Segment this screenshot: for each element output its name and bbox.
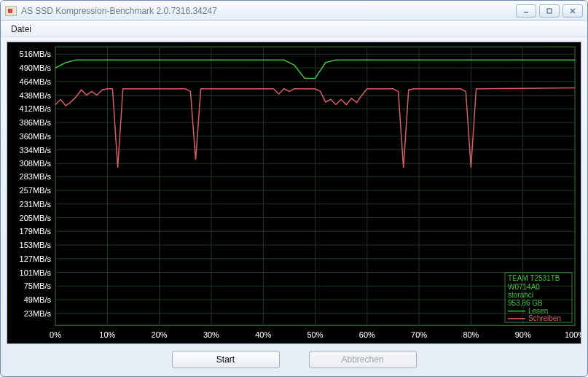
minimize-button[interactable] <box>516 4 536 18</box>
svg-text:360MB/s: 360MB/s <box>20 132 52 141</box>
svg-text:10%: 10% <box>99 330 115 339</box>
svg-text:127MB/s: 127MB/s <box>20 254 52 263</box>
start-button[interactable]: Start <box>172 351 280 368</box>
window-controls <box>516 4 583 18</box>
svg-text:49MB/s: 49MB/s <box>24 295 52 304</box>
svg-text:0%: 0% <box>50 330 61 339</box>
client-area: 23MB/s49MB/s75MB/s101MB/s127MB/s153MB/s1… <box>1 37 587 376</box>
svg-text:23MB/s: 23MB/s <box>24 309 52 318</box>
svg-text:TEAM T2531TB: TEAM T2531TB <box>508 274 560 282</box>
menu-file[interactable]: Datei <box>7 23 36 36</box>
svg-text:Schreiben: Schreiben <box>528 314 561 322</box>
svg-text:308MB/s: 308MB/s <box>20 159 52 168</box>
svg-text:100%: 100% <box>565 330 581 339</box>
svg-text:50%: 50% <box>307 330 323 339</box>
svg-text:80%: 80% <box>463 330 479 339</box>
compression-chart: 23MB/s49MB/s75MB/s101MB/s127MB/s153MB/s1… <box>7 42 581 343</box>
close-button[interactable] <box>562 4 583 18</box>
svg-rect-1 <box>547 9 552 13</box>
svg-text:205MB/s: 205MB/s <box>20 213 52 222</box>
svg-text:153MB/s: 153MB/s <box>20 241 52 249</box>
title-bar: AS SSD Kompression-Benchmark 2.0.7316.34… <box>1 1 587 21</box>
svg-text:70%: 70% <box>411 330 427 339</box>
svg-text:386MB/s: 386MB/s <box>20 118 52 127</box>
svg-text:412MB/s: 412MB/s <box>20 104 52 113</box>
svg-text:90%: 90% <box>515 330 531 339</box>
button-bar: Start Abbrechen www.ssd-tester.com.au <box>7 344 581 375</box>
svg-text:334MB/s: 334MB/s <box>20 145 52 154</box>
abort-button: Abbrechen <box>309 351 417 368</box>
svg-text:W0714A0: W0714A0 <box>508 283 540 291</box>
svg-text:179MB/s: 179MB/s <box>20 227 52 236</box>
app-window: AS SSD Kompression-Benchmark 2.0.7316.34… <box>0 0 588 377</box>
svg-text:60%: 60% <box>359 330 375 339</box>
menu-bar: Datei <box>1 21 587 37</box>
app-icon <box>5 6 17 16</box>
svg-text:438MB/s: 438MB/s <box>20 90 52 99</box>
chart-area: 23MB/s49MB/s75MB/s101MB/s127MB/s153MB/s1… <box>7 42 581 344</box>
maximize-button[interactable] <box>539 4 560 18</box>
svg-text:30%: 30% <box>203 330 219 339</box>
svg-text:257MB/s: 257MB/s <box>20 186 52 195</box>
svg-text:40%: 40% <box>255 330 271 339</box>
svg-text:283MB/s: 283MB/s <box>20 172 52 181</box>
svg-text:464MB/s: 464MB/s <box>20 77 52 86</box>
window-title: AS SSD Kompression-Benchmark 2.0.7316.34… <box>21 6 516 16</box>
svg-text:516MB/s: 516MB/s <box>20 50 52 58</box>
svg-text:490MB/s: 490MB/s <box>20 63 52 72</box>
svg-text:231MB/s: 231MB/s <box>20 200 52 209</box>
svg-text:75MB/s: 75MB/s <box>24 281 52 290</box>
svg-text:101MB/s: 101MB/s <box>20 268 52 276</box>
svg-text:20%: 20% <box>152 330 168 339</box>
svg-text:storahci: storahci <box>508 291 533 299</box>
